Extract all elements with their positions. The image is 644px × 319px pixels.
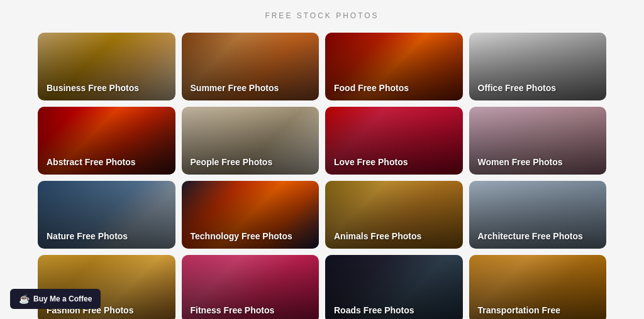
card-label-animals: Animals Free Photos xyxy=(334,231,421,241)
category-card-architecture[interactable]: Architecture Free Photos xyxy=(469,181,607,249)
category-card-abstract[interactable]: Abstract Free Photos xyxy=(38,107,175,175)
card-label-summer: Summer Free Photos xyxy=(191,83,279,93)
card-label-love: Love Free Photos xyxy=(334,157,408,167)
card-label-architecture: Architecture Free Photos xyxy=(478,231,583,241)
category-card-fitness[interactable]: Fitness Free Photos xyxy=(182,255,319,319)
card-label-people: People Free Photos xyxy=(191,157,273,167)
card-label-abstract: Abstract Free Photos xyxy=(47,157,136,167)
category-card-technology[interactable]: Technology Free Photos xyxy=(182,181,319,249)
card-label-technology: Technology Free Photos xyxy=(191,231,292,241)
category-card-women[interactable]: Women Free Photos xyxy=(469,107,607,175)
buy-coffee-label: Buy Me a Coffee xyxy=(33,295,92,303)
category-card-food[interactable]: Food Free Photos xyxy=(325,33,463,100)
page-header: FREE STOCK PHOTOS xyxy=(0,0,644,26)
category-card-people[interactable]: People Free Photos xyxy=(182,107,319,175)
card-label-women: Women Free Photos xyxy=(478,157,563,167)
category-grid: Business Free PhotosSummer Free PhotosFo… xyxy=(0,26,644,319)
card-label-nature: Nature Free Photos xyxy=(47,231,128,241)
card-label-roads: Roads Free Photos xyxy=(334,305,414,315)
category-card-love[interactable]: Love Free Photos xyxy=(325,107,463,175)
category-card-fashion[interactable]: Fashion Free Photos xyxy=(38,255,175,319)
card-label-office: Office Free Photos xyxy=(478,83,556,93)
card-label-fitness: Fitness Free Photos xyxy=(191,305,275,315)
coffee-icon: ☕ xyxy=(19,294,30,304)
category-card-nature[interactable]: Nature Free Photos xyxy=(38,181,175,249)
card-label-transportation: Transportation Free xyxy=(478,305,560,315)
page-title: FREE STOCK PHOTOS xyxy=(0,0,644,26)
category-card-summer[interactable]: Summer Free Photos xyxy=(182,33,319,100)
category-card-roads[interactable]: Roads Free Photos xyxy=(325,255,463,319)
category-card-business[interactable]: Business Free Photos xyxy=(38,33,175,100)
card-label-business: Business Free Photos xyxy=(47,83,139,93)
category-card-transportation[interactable]: Transportation Free xyxy=(469,255,607,319)
buy-coffee-button[interactable]: ☕ Buy Me a Coffee xyxy=(10,289,101,309)
category-card-office[interactable]: Office Free Photos xyxy=(469,33,607,100)
card-label-food: Food Free Photos xyxy=(334,83,409,93)
category-card-animals[interactable]: Animals Free Photos xyxy=(325,181,463,249)
